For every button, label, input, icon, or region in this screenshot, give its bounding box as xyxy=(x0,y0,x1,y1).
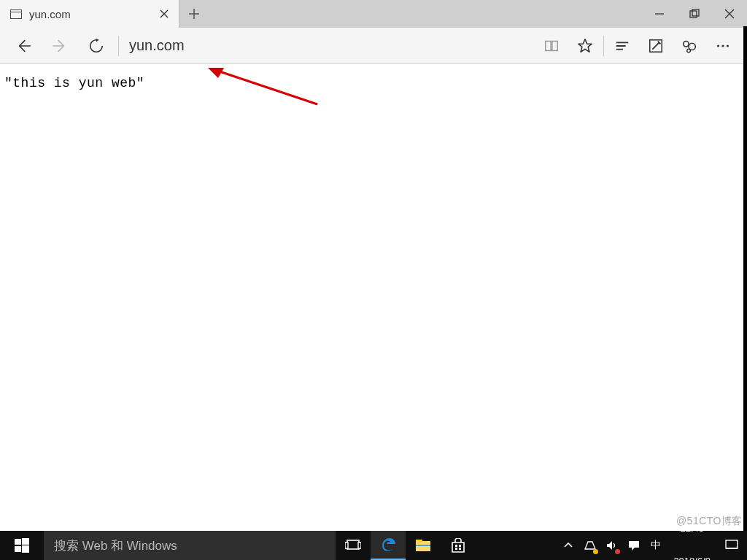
svg-rect-19 xyxy=(416,540,422,542)
tray-ime-indicator[interactable]: 中 xyxy=(649,531,663,560)
svg-rect-23 xyxy=(455,548,457,550)
tab-close-button[interactable] xyxy=(154,4,174,24)
svg-rect-16 xyxy=(345,542,348,548)
tray-security-icon[interactable] xyxy=(583,531,597,560)
svg-rect-14 xyxy=(22,545,29,553)
windows-logo-icon xyxy=(15,538,29,553)
page-body-text: "this is yun web" xyxy=(0,64,747,102)
svg-rect-22 xyxy=(459,545,461,547)
window-controls xyxy=(642,0,747,28)
svg-rect-24 xyxy=(459,548,461,550)
taskbar-app-store[interactable] xyxy=(441,531,476,560)
page-viewport: "this is yun web" xyxy=(0,64,747,531)
svg-rect-12 xyxy=(22,538,29,545)
error-badge-icon xyxy=(615,549,620,554)
svg-rect-11 xyxy=(15,539,21,545)
ime-label: 中 xyxy=(651,539,661,552)
taskbar-apps xyxy=(336,531,476,560)
more-button[interactable] xyxy=(706,30,740,62)
tab-title: yun.com xyxy=(29,8,147,20)
folder-icon xyxy=(415,539,431,552)
svg-point-7 xyxy=(721,44,724,47)
vertical-scrollbar[interactable] xyxy=(743,26,747,531)
svg-rect-20 xyxy=(416,545,430,546)
svg-point-6 xyxy=(717,44,719,47)
svg-rect-17 xyxy=(358,542,361,548)
svg-point-5 xyxy=(687,49,691,52)
svg-point-8 xyxy=(727,44,729,47)
window-minimize-button[interactable] xyxy=(642,0,677,28)
web-note-button[interactable] xyxy=(639,30,673,62)
taskbar-search[interactable]: 搜索 Web 和 Windows xyxy=(44,531,336,560)
taskbar: 搜索 Web 和 Windows xyxy=(0,531,747,560)
share-button[interactable] xyxy=(673,30,706,62)
show-desktop-button[interactable] xyxy=(716,531,747,560)
start-button[interactable] xyxy=(0,531,44,560)
window-close-button[interactable] xyxy=(712,0,747,28)
notification-icon xyxy=(725,540,738,551)
store-icon xyxy=(451,538,465,553)
back-button[interactable] xyxy=(7,30,39,62)
svg-rect-15 xyxy=(347,540,359,549)
favorites-button[interactable] xyxy=(568,30,602,62)
window-maximize-button[interactable] xyxy=(677,0,712,28)
browser-toolbar xyxy=(0,28,747,64)
svg-rect-21 xyxy=(455,545,457,547)
taskbar-search-placeholder: 搜索 Web 和 Windows xyxy=(54,537,177,554)
task-view-button[interactable] xyxy=(336,531,371,560)
tray-action-center-icon[interactable] xyxy=(627,531,641,560)
refresh-button[interactable] xyxy=(80,30,112,62)
svg-rect-25 xyxy=(726,540,738,548)
window-titlebar: yun.com xyxy=(0,0,747,28)
toolbar-divider xyxy=(118,36,119,56)
browser-tab[interactable]: yun.com xyxy=(0,0,179,28)
edge-icon xyxy=(379,536,397,553)
svg-point-3 xyxy=(684,41,689,46)
hub-button[interactable] xyxy=(605,30,639,62)
tray-volume-icon[interactable] xyxy=(605,531,619,560)
taskbar-app-file-explorer[interactable] xyxy=(406,531,441,560)
new-tab-button[interactable] xyxy=(179,0,209,28)
address-input[interactable] xyxy=(129,37,530,54)
svg-rect-13 xyxy=(15,546,21,552)
toolbar-right xyxy=(535,30,740,62)
reading-view-button[interactable] xyxy=(535,30,568,62)
system-tray: 中 22:40 2018/6/8 xyxy=(558,531,716,560)
taskbar-app-edge[interactable] xyxy=(371,531,406,560)
tray-overflow-button[interactable] xyxy=(561,531,576,560)
clock-date: 2018/6/8 xyxy=(673,556,711,560)
clock-time: 22:40 xyxy=(673,524,711,534)
forward-button[interactable] xyxy=(44,30,76,62)
page-icon xyxy=(10,9,22,19)
toolbar-divider xyxy=(603,36,604,56)
warning-badge-icon xyxy=(593,549,598,554)
tray-clock[interactable]: 22:40 2018/6/8 xyxy=(670,502,713,560)
address-bar[interactable] xyxy=(125,28,530,63)
